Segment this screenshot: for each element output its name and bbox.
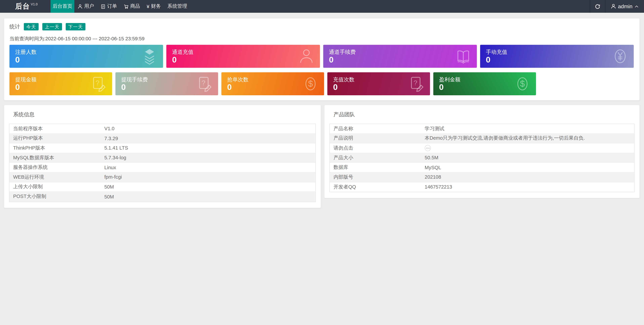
info-label: 数据库 — [330, 164, 425, 171]
info-value: 本Demo只为学习测试交流,请勿要做商业或者用于违法行为,一切后果自负. — [425, 135, 634, 142]
card-value: 0 — [172, 55, 176, 64]
card-title: 提现金额 — [15, 76, 36, 83]
nav-item-label: 用户 — [84, 3, 94, 10]
nav-item-label: 订单 — [107, 3, 117, 10]
content-panels: 系统信息 当前程序版本 V1.0 运行PHP版本 7.3.29 ThinkPHP… — [4, 105, 640, 208]
top-navbar: 后台 V1.0 后台首页 用户 订单 商品 ¥ 财务 — [0, 0, 644, 13]
admin-menu[interactable]: admin — [605, 0, 644, 13]
page: 后台 V1.0 后台首页 用户 订单 商品 ¥ 财务 — [0, 0, 644, 325]
yen-icon: ¥ — [147, 4, 149, 9]
query-time-text: 当前查询时间为:2022-06-15 00:00:00 --- 2022-06-… — [10, 35, 634, 42]
info-label: 请勿点击 — [330, 144, 425, 152]
card-title: 注册人数 — [15, 48, 36, 56]
nav-item-products[interactable]: 商品 — [120, 0, 143, 13]
info-value: 50.5M — [425, 155, 634, 161]
nav-item-finance[interactable]: ¥ 财务 — [143, 0, 164, 13]
card-value: 0 — [329, 55, 334, 64]
table-row: 产品说明 本Demo只为学习测试交流,请勿要做商业或者用于违法行为,一切后果自负… — [330, 134, 634, 144]
nav-item-label: 后台首页 — [52, 3, 72, 10]
table-row: 数据库 MySQL — [330, 163, 634, 172]
stat-cards-row1: 注册人数 0 通道充值 0 通道手续费 0 — [10, 45, 634, 68]
info-value: 404 — [425, 145, 634, 151]
badge-404[interactable]: 404 — [425, 145, 431, 151]
table-row: 产品名称 学习测试 — [330, 124, 634, 134]
today-button[interactable]: 今天 — [24, 23, 39, 30]
dollar-circle-icon: $ — [302, 75, 319, 92]
info-value: fpm-fcgi — [104, 174, 315, 180]
nav-item-users[interactable]: 用户 — [74, 0, 97, 13]
stat-card-withdraw-fee: 提现手续费 0 ? — [116, 72, 218, 95]
svg-text:?: ? — [96, 79, 100, 87]
yen-circle-icon — [612, 48, 629, 65]
nav-item-system[interactable]: 系统管理 — [164, 0, 190, 13]
info-value: 5.1.41 LTS — [104, 145, 315, 151]
stat-cards-row2: 提现金额 0 ? 提现手续费 0 ? 抢单次数 0 — [10, 72, 634, 95]
system-info-table: 当前程序版本 V1.0 运行PHP版本 7.3.29 ThinkPHP版本 5.… — [9, 124, 316, 202]
info-label: 产品大小 — [330, 154, 425, 161]
stat-card-recharge-count: 充值次数 0 ? — [327, 72, 430, 95]
info-label: 当前程序版本 — [10, 125, 104, 132]
nav-item-label: 财务 — [151, 3, 161, 10]
brand: 后台 V1.0 — [0, 0, 50, 13]
doc-question-icon: ? — [408, 75, 425, 92]
card-value: 0 — [439, 82, 444, 92]
info-label: 产品说明 — [330, 135, 425, 142]
card-value: 0 — [121, 82, 126, 92]
card-value: 0 — [15, 82, 20, 92]
panel-title: 产品团队 — [334, 111, 634, 118]
table-row: 服务器操作系统 Linux — [10, 163, 315, 172]
info-value: Linux — [104, 164, 315, 170]
brand-version: V1.0 — [31, 2, 38, 6]
next-day-button[interactable]: 下一天 — [66, 23, 85, 30]
stats-panel: 统计 今天 上一天 下一天 当前查询时间为:2022-06-15 00:00:0… — [4, 18, 640, 100]
card-value: 0 — [486, 55, 490, 64]
brand-name: 后台 — [15, 2, 30, 11]
info-label: ThinkPHP版本 — [10, 144, 104, 152]
stat-card-withdraw-amount: 提现金额 0 ? — [10, 72, 112, 95]
stats-label: 统计 — [10, 23, 20, 30]
refresh-button[interactable] — [590, 0, 605, 13]
info-label: 产品名称 — [330, 125, 425, 132]
stat-card-channel-recharge: 通道充值 0 — [166, 45, 320, 68]
cart-icon — [124, 4, 128, 9]
info-value: V1.0 — [104, 126, 315, 132]
stats-toolbar: 统计 今天 上一天 下一天 — [10, 22, 634, 32]
svg-text:?: ? — [202, 79, 206, 87]
card-title: 手动充值 — [486, 48, 507, 56]
layers-icon — [141, 48, 158, 65]
caret-up-icon — [634, 4, 638, 8]
table-row: 上传大小限制 50M — [10, 182, 315, 192]
stat-card-channel-fee: 通道手续费 0 — [323, 45, 477, 68]
stat-card-profit-amount: 盈利金额 0 $ — [433, 72, 536, 95]
stat-card-manual-recharge: 手动充值 0 — [480, 45, 634, 68]
product-team-panel: 产品团队 产品名称 学习测试 产品说明 本Demo只为学习测试交流,请勿要做商业… — [324, 105, 640, 198]
info-value: 学习测试 — [425, 125, 634, 132]
info-value: 5.7.34-log — [104, 155, 315, 161]
card-title: 抢单次数 — [227, 76, 248, 83]
info-value: 7.3.29 — [104, 136, 315, 141]
book-icon — [455, 48, 472, 65]
svg-text:$: $ — [308, 79, 313, 88]
table-row: MySQL数据库版本 5.7.34-log — [10, 153, 315, 163]
info-label: 运行PHP版本 — [10, 135, 104, 142]
table-row: WEB运行环境 fpm-fcgi — [10, 172, 315, 182]
info-label: POST大小限制 — [10, 193, 104, 200]
card-title: 提现手续费 — [121, 76, 148, 83]
info-label: 服务器操作系统 — [10, 164, 104, 171]
card-title: 通道手续费 — [329, 48, 356, 56]
info-label: 上传大小限制 — [10, 183, 104, 190]
prev-day-button[interactable]: 上一天 — [42, 23, 62, 30]
info-label: WEB运行环境 — [10, 174, 104, 181]
table-row: ThinkPHP版本 5.1.41 LTS — [10, 144, 315, 153]
nav-item-orders[interactable]: 订单 — [97, 0, 120, 13]
card-value: 0 — [15, 55, 20, 64]
card-value: 0 — [333, 82, 338, 92]
product-team-table: 产品名称 学习测试 产品说明 本Demo只为学习测试交流,请勿要做商业或者用于违… — [329, 124, 634, 192]
document-icon — [101, 4, 106, 9]
doc-question-icon: ? — [196, 75, 213, 92]
nav-item-label: 系统管理 — [168, 3, 187, 10]
info-label: 开发者QQ — [330, 184, 425, 190]
info-value: 50M — [104, 194, 315, 200]
refresh-icon — [594, 4, 600, 9]
nav-item-home[interactable]: 后台首页 — [50, 0, 74, 13]
